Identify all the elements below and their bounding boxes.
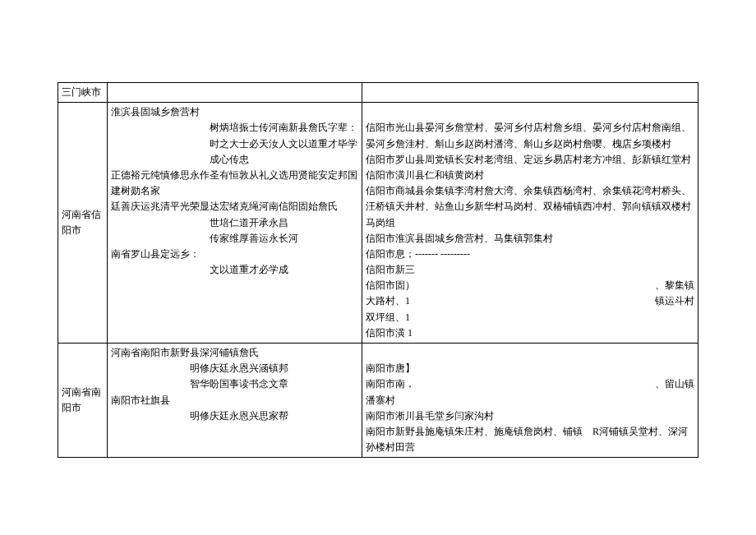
text: 河南省南阳市新野县深河铺镇詹氏 [111,345,358,361]
text: 南省罗山县定远乡： [111,247,358,262]
text: 河南省南阳市 [62,386,101,413]
cell-region: 三门峡市 [58,83,108,103]
text: 三门峡市 [62,86,101,98]
cell-right: 信阳市光山县晏河乡詹堂村、晏河乡付店村詹乡组、晏河乡付店村詹南组、晏河乡詹洼村、… [362,103,698,344]
text: 信阳市淮滨县固城乡詹营村、马集镇郭集村 [366,231,694,247]
document-table: 三门峡市 河南省信阳市 淮滨县固城乡詹营村 树炳培振士传河南新县詹氏字辈： 时之… [58,82,698,458]
cell-right [362,83,698,103]
text: 信阳市息；------- --------- [366,247,694,262]
text: 廷善庆运兆清平光荣显达宏绪克绳河南信阳固始詹氏 [111,199,358,214]
text: 信阳市潢川县仁和镇黄岗村 [366,168,694,183]
text: 潘寨村 [366,393,694,408]
text: 文以道重才必学成 [111,262,358,278]
text: 智华盼国事读书念文章 [111,376,358,392]
text: 南阳市新野县施庵镇朱庄村、施庵镇詹岗村、铺镇 R河铺镇吴堂村、深河孙楼村田营 [366,424,694,455]
text: 正德裕元纯慎修思永作圣有恒敦从礼义选用贤能安定邦国建树勋名家 [111,168,358,199]
text: 南阳市淅川县毛堂乡闫家沟村 [366,408,694,424]
text: 世培仁道开承永昌 [111,215,358,231]
text: 树炳培振士传河南新县詹氏字辈： [111,120,358,136]
table-row: 三门峡市 [58,83,698,103]
cell-region: 河南省南阳市 [58,344,108,458]
table-row: 河南省信阳市 淮滨县固城乡詹营村 树炳培振士传河南新县詹氏字辈： 时之大士必天汝… [58,103,698,344]
text: 明修庆廷永恩兴涵镇邦 [111,361,358,376]
text: 信阳市光山县晏河乡詹堂村、晏河乡付店村詹乡组、晏河乡付店村詹南组、晏河乡詹洼村、… [366,120,694,151]
text: 信阳市新三 [366,262,694,278]
text: 信阳市固） [366,279,415,291]
table-row: 河南省南阳市 河南省南阳市新野县深河铺镇詹氏 明修庆廷永恩兴涵镇邦 智华盼国事读… [58,344,698,458]
text: 淮滨县固城乡詹营村 [111,104,358,120]
text: 南阳市社旗县 [111,393,358,408]
text: 双坪组、1 [366,310,694,325]
text: 南阳市南， [366,378,415,390]
text: 明修庆廷永恩兴思家帮 [111,408,358,424]
cell-region: 河南省信阳市 [58,103,108,344]
cell-mid: 淮滨县固城乡詹营村 树炳培振士传河南新县詹氏字辈： 时之大士必天汝人文以道重才毕… [108,103,362,344]
cell-right: 南阳市唐】 南阳市南，、留山镇 潘寨村 南阳市淅川县毛堂乡闫家沟村 南阳市新野县… [362,344,698,458]
text: 大路村、1 [366,295,410,307]
text: 信阳市商城县余集镇李湾村詹大湾、余集镇西杨湾村、余集镇花湾村桥头、汪桥镇天井村、… [366,183,694,231]
cell-mid: 河南省南阳市新野县深河铺镇詹氏 明修庆廷永恩兴涵镇邦 智华盼国事读书念文章 南阳… [108,344,362,458]
text: 、黎集镇 [655,278,694,293]
text: 南阳市唐】 [366,361,694,376]
text: 镇运斗村 [655,293,694,309]
text: 传家维厚善运永长河 [111,231,358,247]
text: 、留山镇 [655,376,694,392]
cell-mid [108,83,362,103]
text: 河南省信阳市 [62,209,101,236]
text: 信阳市潢 1 [366,325,694,341]
text: 时之大士必天汝人文以道重才毕学成心传忠 [111,136,358,168]
text: 信阳市罗山县周党镇长安村老湾组、定远乡易店村老方冲组、彭新镇红堂村 [366,152,694,168]
